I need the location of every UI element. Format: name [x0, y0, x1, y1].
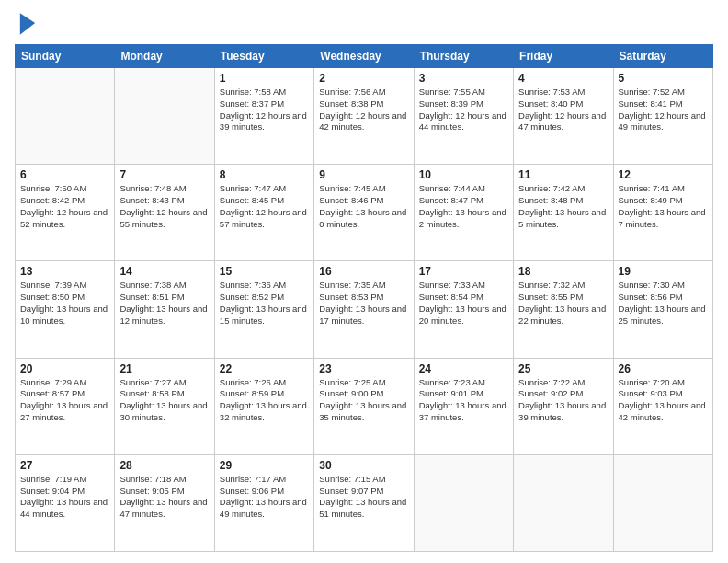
day-number: 30 [319, 459, 408, 472]
day-cell: 20Sunrise: 7:29 AMSunset: 8:57 PMDayligh… [16, 358, 115, 454]
calendar-table: SundayMondayTuesdayWednesdayThursdayFrid… [15, 44, 713, 552]
day-number: 25 [518, 362, 608, 375]
day-cell: 23Sunrise: 7:25 AMSunset: 9:00 PMDayligh… [314, 358, 414, 454]
day-number: 4 [518, 72, 608, 85]
day-number: 29 [220, 459, 309, 472]
day-detail: Sunrise: 7:18 AMSunset: 9:05 PMDaylight:… [119, 474, 209, 521]
day-cell: 9Sunrise: 7:45 AMSunset: 8:46 PMDaylight… [314, 165, 414, 261]
day-cell: 27Sunrise: 7:19 AMSunset: 9:04 PMDayligh… [16, 454, 115, 551]
day-cell: 17Sunrise: 7:33 AMSunset: 8:54 PMDayligh… [414, 261, 513, 358]
day-number: 6 [20, 168, 109, 181]
logo-icon [18, 11, 37, 37]
day-cell: 3Sunrise: 7:55 AMSunset: 8:39 PMDaylight… [414, 68, 513, 165]
day-number: 11 [518, 168, 608, 181]
day-detail: Sunrise: 7:19 AMSunset: 9:04 PMDaylight:… [20, 474, 109, 521]
day-number: 26 [619, 362, 708, 375]
day-cell: 5Sunrise: 7:52 AMSunset: 8:41 PMDaylight… [613, 68, 712, 165]
day-cell: 8Sunrise: 7:47 AMSunset: 8:45 PMDaylight… [214, 165, 313, 261]
day-number: 27 [20, 459, 109, 472]
day-detail: Sunrise: 7:30 AMSunset: 8:56 PMDaylight:… [619, 280, 708, 327]
day-cell: 6Sunrise: 7:50 AMSunset: 8:42 PMDaylight… [16, 165, 115, 261]
day-detail: Sunrise: 7:29 AMSunset: 8:57 PMDaylight:… [20, 377, 109, 424]
day-number: 7 [119, 168, 209, 181]
day-detail: Sunrise: 7:25 AMSunset: 9:00 PMDaylight:… [319, 377, 408, 424]
day-number: 15 [220, 265, 309, 278]
day-cell [16, 68, 115, 165]
day-detail: Sunrise: 7:26 AMSunset: 8:59 PMDaylight:… [220, 377, 309, 424]
day-detail: Sunrise: 7:58 AMSunset: 8:37 PMDaylight:… [220, 86, 309, 133]
day-number: 14 [119, 265, 209, 278]
week-row-5: 27Sunrise: 7:19 AMSunset: 9:04 PMDayligh… [16, 454, 713, 551]
day-detail: Sunrise: 7:27 AMSunset: 8:58 PMDaylight:… [119, 377, 209, 424]
day-cell: 2Sunrise: 7:56 AMSunset: 8:38 PMDaylight… [314, 68, 414, 165]
day-cell: 12Sunrise: 7:41 AMSunset: 8:49 PMDayligh… [613, 165, 712, 261]
day-cell: 19Sunrise: 7:30 AMSunset: 8:56 PMDayligh… [613, 261, 712, 358]
day-cell: 15Sunrise: 7:36 AMSunset: 8:52 PMDayligh… [214, 261, 313, 358]
day-detail: Sunrise: 7:48 AMSunset: 8:43 PMDaylight:… [119, 183, 209, 230]
header-cell-thursday: Thursday [414, 45, 513, 68]
day-detail: Sunrise: 7:45 AMSunset: 8:46 PMDaylight:… [319, 183, 408, 230]
day-number: 2 [319, 72, 408, 85]
page: SundayMondayTuesdayWednesdayThursdayFrid… [0, 0, 728, 563]
day-detail: Sunrise: 7:36 AMSunset: 8:52 PMDaylight:… [220, 280, 309, 327]
day-detail: Sunrise: 7:23 AMSunset: 9:01 PMDaylight:… [419, 377, 508, 424]
day-number: 28 [119, 459, 209, 472]
day-cell [115, 68, 214, 165]
day-number: 20 [20, 362, 109, 375]
day-cell: 13Sunrise: 7:39 AMSunset: 8:50 PMDayligh… [16, 261, 115, 358]
day-detail: Sunrise: 7:33 AMSunset: 8:54 PMDaylight:… [419, 280, 508, 327]
day-detail: Sunrise: 7:44 AMSunset: 8:47 PMDaylight:… [419, 183, 508, 230]
day-number: 18 [518, 265, 608, 278]
day-detail: Sunrise: 7:42 AMSunset: 8:48 PMDaylight:… [518, 183, 608, 230]
day-detail: Sunrise: 7:56 AMSunset: 8:38 PMDaylight:… [319, 86, 408, 133]
day-cell: 22Sunrise: 7:26 AMSunset: 8:59 PMDayligh… [214, 358, 313, 454]
day-number: 21 [119, 362, 209, 375]
day-number: 8 [220, 168, 309, 181]
day-cell: 16Sunrise: 7:35 AMSunset: 8:53 PMDayligh… [314, 261, 414, 358]
day-cell: 1Sunrise: 7:58 AMSunset: 8:37 PMDaylight… [214, 68, 313, 165]
calendar-header: SundayMondayTuesdayWednesdayThursdayFrid… [16, 45, 713, 68]
day-detail: Sunrise: 7:15 AMSunset: 9:07 PMDaylight:… [319, 474, 408, 521]
day-detail: Sunrise: 7:35 AMSunset: 8:53 PMDaylight:… [319, 280, 408, 327]
header-cell-wednesday: Wednesday [314, 45, 414, 68]
header-row: SundayMondayTuesdayWednesdayThursdayFrid… [16, 45, 713, 68]
day-cell [414, 454, 513, 551]
week-row-1: 1Sunrise: 7:58 AMSunset: 8:37 PMDaylight… [16, 68, 713, 165]
day-detail: Sunrise: 7:20 AMSunset: 9:03 PMDaylight:… [619, 377, 708, 424]
day-cell [613, 454, 712, 551]
day-cell [514, 454, 613, 551]
calendar-body: 1Sunrise: 7:58 AMSunset: 8:37 PMDaylight… [16, 68, 713, 552]
day-number: 9 [319, 168, 408, 181]
day-detail: Sunrise: 7:32 AMSunset: 8:55 PMDaylight:… [518, 280, 608, 327]
day-number: 5 [619, 72, 708, 85]
header-cell-monday: Monday [115, 45, 214, 68]
day-number: 3 [419, 72, 508, 85]
header-cell-friday: Friday [514, 45, 613, 68]
day-cell: 26Sunrise: 7:20 AMSunset: 9:03 PMDayligh… [613, 358, 712, 454]
header-cell-saturday: Saturday [613, 45, 712, 68]
logo [15, 11, 37, 37]
day-number: 23 [319, 362, 408, 375]
day-detail: Sunrise: 7:39 AMSunset: 8:50 PMDaylight:… [20, 280, 109, 327]
svg-marker-0 [20, 13, 35, 35]
day-number: 19 [619, 265, 708, 278]
week-row-4: 20Sunrise: 7:29 AMSunset: 8:57 PMDayligh… [16, 358, 713, 454]
week-row-3: 13Sunrise: 7:39 AMSunset: 8:50 PMDayligh… [16, 261, 713, 358]
day-cell: 7Sunrise: 7:48 AMSunset: 8:43 PMDaylight… [115, 165, 214, 261]
day-cell: 29Sunrise: 7:17 AMSunset: 9:06 PMDayligh… [214, 454, 313, 551]
day-cell: 21Sunrise: 7:27 AMSunset: 8:58 PMDayligh… [115, 358, 214, 454]
day-detail: Sunrise: 7:41 AMSunset: 8:49 PMDaylight:… [619, 183, 708, 230]
day-cell: 28Sunrise: 7:18 AMSunset: 9:05 PMDayligh… [115, 454, 214, 551]
day-cell: 24Sunrise: 7:23 AMSunset: 9:01 PMDayligh… [414, 358, 513, 454]
header [15, 11, 713, 37]
header-cell-sunday: Sunday [16, 45, 115, 68]
day-number: 13 [20, 265, 109, 278]
day-number: 12 [619, 168, 708, 181]
week-row-2: 6Sunrise: 7:50 AMSunset: 8:42 PMDaylight… [16, 165, 713, 261]
day-number: 17 [419, 265, 508, 278]
day-cell: 30Sunrise: 7:15 AMSunset: 9:07 PMDayligh… [314, 454, 414, 551]
day-detail: Sunrise: 7:38 AMSunset: 8:51 PMDaylight:… [119, 280, 209, 327]
day-cell: 18Sunrise: 7:32 AMSunset: 8:55 PMDayligh… [514, 261, 613, 358]
day-number: 24 [419, 362, 508, 375]
day-number: 22 [220, 362, 309, 375]
